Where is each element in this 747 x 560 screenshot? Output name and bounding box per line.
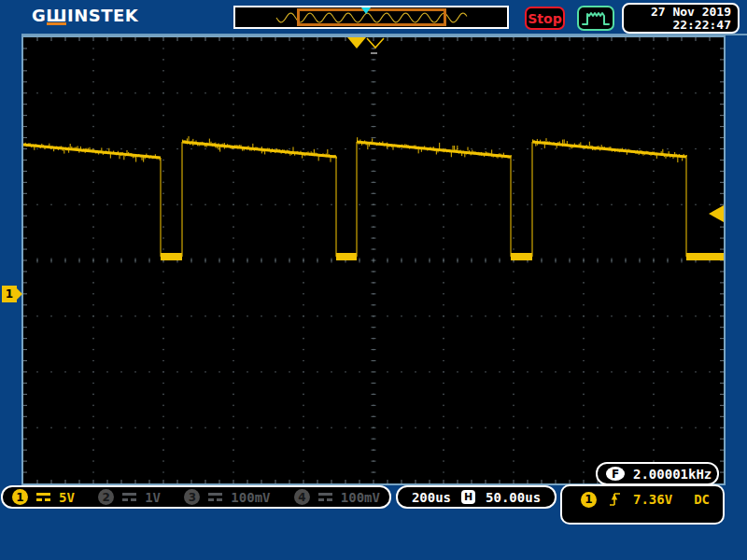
waveform-preview-bar[interactable] [233, 6, 509, 29]
horizontal-icon: H [461, 490, 475, 504]
dc-coupling-icon [36, 493, 50, 501]
zoom-window-outline[interactable] [297, 8, 446, 26]
dc-coupling-icon [122, 493, 136, 501]
rising-edge-icon [609, 492, 621, 507]
channel-1-indicator[interactable]: 1 5V [12, 489, 75, 505]
trigger-status-box[interactable]: 1 7.36V DC [560, 484, 725, 525]
channel-2-scale: 1V [145, 490, 161, 505]
brand-logo: GШINSTEK [32, 6, 138, 25]
channel-3-scale: 100mV [231, 490, 270, 505]
channel-1-scale: 5V [59, 490, 75, 505]
dc-coupling-icon [318, 493, 332, 501]
dc-coupling-icon [208, 493, 222, 501]
channel-status-bar: 1 5V 2 1V 3 100mV 4 100mV [1, 485, 391, 509]
channel-4-indicator[interactable]: 4 100mV [294, 489, 380, 505]
frequency-readout: F 2.00001kHz [596, 462, 719, 485]
trigger-level-value: 7.36V [633, 492, 672, 507]
channel1-ground-marker[interactable]: 1 [2, 286, 17, 302]
channel-4-badge: 4 [294, 489, 310, 505]
date-text: 27 Nov 2019 [624, 6, 731, 19]
trigger-level-marker-icon[interactable] [709, 205, 724, 222]
timebase-readout[interactable]: 200us H 50.00us [396, 485, 557, 509]
channel-4-scale: 100mV [341, 490, 380, 505]
channel-1-badge: 1 [12, 489, 28, 505]
datetime-display: 27 Nov 2019 22:22:47 [622, 3, 740, 34]
window-timebase-value: 200us [412, 490, 451, 505]
trigger-type-button[interactable] [577, 6, 614, 31]
trigger-source-badge: 1 [581, 492, 597, 508]
trigger-position-marker-icon[interactable] [347, 37, 366, 49]
logo-w-mark: Ш [46, 6, 67, 25]
scope-trace-svg [23, 37, 724, 483]
channel-3-indicator[interactable]: 3 100mV [184, 489, 270, 505]
time-text: 22:22:47 [624, 19, 731, 32]
main-timebase-value: 50.00us [486, 490, 541, 505]
channel-2-badge: 2 [98, 489, 114, 505]
pulse-waveform-icon [581, 8, 611, 28]
graticule-display [21, 35, 726, 485]
window-position-marker-icon[interactable] [365, 36, 386, 49]
preview-position-marker-icon [361, 7, 371, 14]
frequency-icon: F [606, 467, 625, 481]
channel-2-indicator[interactable]: 2 1V [98, 489, 161, 505]
window-position-dash [371, 52, 377, 54]
stop-button[interactable]: Stop [525, 7, 565, 30]
channel-3-badge: 3 [184, 489, 200, 505]
trigger-coupling-value: DC [694, 492, 713, 507]
frequency-value: 2.00001kHz [633, 467, 712, 482]
